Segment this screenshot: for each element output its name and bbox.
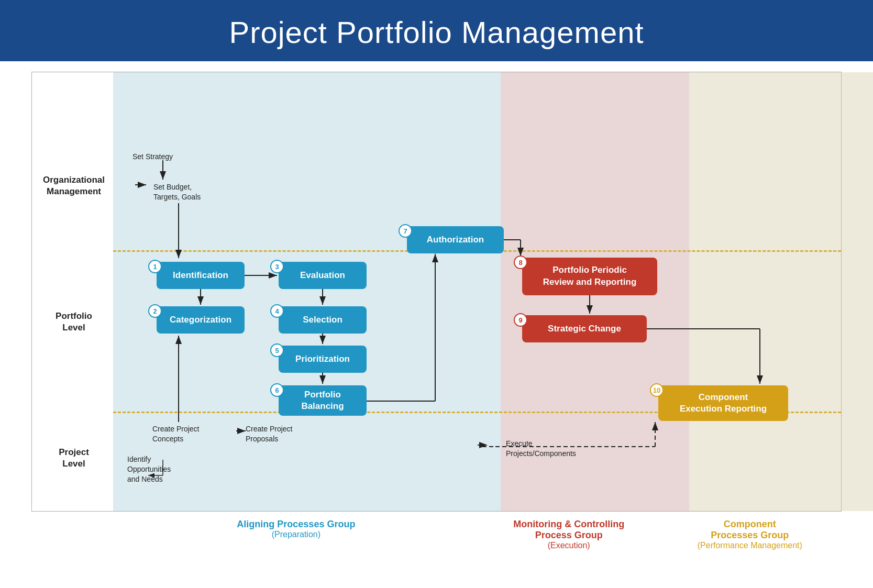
bottom-label-aligning: Aligning Processes Group (Preparation)	[113, 519, 480, 550]
node-authorization-badge: 7	[399, 224, 412, 238]
row-label-portfolio: PortfolioLevel	[37, 310, 110, 334]
node-periodic-badge: 8	[514, 256, 527, 269]
component-sub: (Performance Management)	[658, 541, 842, 550]
node-authorization: Authorization	[407, 226, 504, 253]
bottom-label-monitoring: Monitoring & ControllingProcess Group (E…	[480, 519, 658, 550]
label-set-strategy: Set Strategy	[132, 152, 173, 162]
node-strategic-change: Strategic Change	[522, 315, 647, 342]
aligning-title: Aligning Processes Group	[113, 519, 480, 530]
node-evaluation-badge: 3	[270, 260, 284, 273]
node-periodic-review: Portfolio PeriodicReview and Reporting	[522, 258, 657, 295]
node-identification: Identification	[157, 262, 245, 289]
page-wrapper: Project Portfolio Management Organizatio…	[0, 0, 873, 588]
node-component-execution: ComponentExecution Reporting	[658, 385, 788, 421]
page-title: Project Portfolio Management	[0, 15, 873, 50]
row-label-project: ProjectLevel	[37, 447, 110, 470]
node-balancing-badge: 6	[270, 383, 284, 397]
label-identify: IdentifyOpportunitiesand Needs	[127, 454, 171, 484]
node-execution-badge: 10	[650, 383, 664, 397]
node-prioritization-badge: 5	[270, 343, 284, 357]
header: Project Portfolio Management	[0, 0, 873, 61]
bottom-label-component: ComponentProcesses Group (Performance Ma…	[658, 519, 842, 550]
node-evaluation: Evaluation	[279, 262, 367, 289]
label-execute: ExecuteProjects/Components	[506, 439, 576, 459]
bottom-labels: Aligning Processes Group (Preparation) M…	[31, 519, 842, 550]
section-aligning	[113, 72, 501, 511]
node-strategic-badge: 9	[514, 313, 527, 327]
node-selection: Selection	[279, 306, 367, 334]
node-identification-badge: 1	[148, 260, 162, 273]
label-set-budget: Set Budget,Targets, Goals	[153, 182, 201, 202]
row-label-org: OrganizationalManagement	[37, 174, 110, 197]
aligning-sub: (Preparation)	[113, 530, 480, 539]
label-create-proposals: Create ProjectProposals	[246, 424, 292, 444]
label-create-concepts: Create ProjectConcepts	[152, 424, 199, 444]
node-categorization-badge: 2	[148, 304, 162, 318]
diagram-container: OrganizationalManagement PortfolioLevel …	[0, 61, 873, 571]
component-title: ComponentProcesses Group	[658, 519, 842, 541]
node-selection-badge: 4	[270, 304, 284, 318]
diagram-box: OrganizationalManagement PortfolioLevel …	[31, 72, 842, 512]
monitoring-sub: (Execution)	[480, 541, 658, 550]
node-prioritization: Prioritization	[279, 346, 367, 373]
monitoring-title: Monitoring & ControllingProcess Group	[480, 519, 658, 541]
section-component	[689, 72, 873, 511]
node-portfolio-balancing: PortfolioBalancing	[279, 385, 367, 416]
node-categorization: Categorization	[157, 306, 245, 334]
